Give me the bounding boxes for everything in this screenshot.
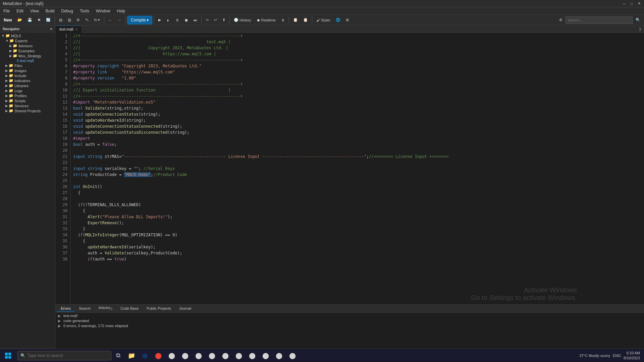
window-controls: ─ □ ✕ <box>622 1 641 6</box>
menu-item-build[interactable]: Build <box>42 8 58 14</box>
debug-c[interactable]: ⬆ <box>220 16 228 24</box>
compile-label: Compile <box>131 18 146 22</box>
tree-item-logs[interactable]: ▶ 📁 Logs <box>0 88 55 93</box>
taskbar-app5[interactable]: ⬤ <box>219 349 232 362</box>
btab-articles[interactable]: Articles3 <box>95 305 116 312</box>
new-button[interactable]: New <box>1 16 14 24</box>
tree-item-shared-projects[interactable]: ▶ 📁 Shared Projects <box>0 108 55 113</box>
taskbar-chrome[interactable]: ⬤ <box>152 349 165 362</box>
taskbar-taskview[interactable]: ⧉ <box>111 349 125 362</box>
tree-item-mox-strategy[interactable]: ▶ 📁 Mox_Strategy <box>0 53 55 58</box>
tree-item-test-mq5[interactable]: ▶ 5 test.mq5 <box>0 58 55 63</box>
search-icon: 🔍 <box>20 353 25 358</box>
maximize-button[interactable]: □ <box>629 1 634 6</box>
minimize-button[interactable]: ─ <box>622 1 627 6</box>
back-button[interactable]: ← <box>106 16 114 24</box>
menu-item-edit[interactable]: Edit <box>13 8 27 14</box>
debug-b[interactable]: ↩ <box>212 16 219 24</box>
tree-item-mql5[interactable]: ▼ 📁 MQL5 <box>0 33 55 38</box>
toolbar-search-input[interactable] <box>566 16 633 24</box>
tree-item-advisors[interactable]: ▶ 📁 Advisors <box>0 43 55 48</box>
code-editor[interactable]: //+-------------------------------------… <box>70 33 644 304</box>
tree-item-examples[interactable]: ▶ 📁 Examples <box>0 48 55 53</box>
history-button[interactable]: 🕐 History <box>231 16 253 24</box>
tree-item-include[interactable]: ▶ 📁 Include <box>0 73 55 78</box>
start-button[interactable]: ⏵ <box>164 16 172 24</box>
close-file-button[interactable]: ✖ <box>35 16 43 24</box>
taskbar-app1[interactable]: ⬤ <box>165 349 178 362</box>
menu-item-file[interactable]: File <box>0 8 13 14</box>
settings-button[interactable]: ⚙ <box>557 16 565 24</box>
taskbar-search-bar[interactable]: 🔍 <box>17 351 111 360</box>
grid-button[interactable]: ⊞ <box>343 16 351 24</box>
tree-item-services[interactable]: ▶ 📁 Services <box>0 103 55 108</box>
step-button[interactable]: ⏭ <box>191 16 200 24</box>
close-tab-button[interactable]: × <box>75 27 77 31</box>
taskbar-app9[interactable]: ⬤ <box>272 349 286 362</box>
taskbar-edge[interactable]: ◎ <box>138 349 152 362</box>
close-button[interactable]: ✕ <box>637 1 641 6</box>
taskbar-app3[interactable]: ⬤ <box>192 349 205 362</box>
stop-button[interactable]: ⏹ <box>182 16 191 24</box>
tab-test-mq5[interactable]: test.mq5 × <box>55 25 82 33</box>
svg-rect-0 <box>5 353 8 355</box>
toolbar-search-button[interactable]: 🔍 <box>633 16 643 24</box>
taskbar-app7[interactable]: ⬤ <box>246 349 259 362</box>
menu-item-tools[interactable]: Tools <box>76 8 93 14</box>
forward-button[interactable]: → <box>115 16 123 24</box>
styler-button[interactable]: 🖌 Styler <box>314 16 333 24</box>
open-button[interactable]: 📂 <box>15 16 24 24</box>
menu-item-window[interactable]: Window <box>93 8 114 14</box>
start-button[interactable] <box>0 349 16 362</box>
log-row-3[interactable]: ▶ 0 errors, 0 warnings, 172 msec elapsed <box>55 323 644 328</box>
taskbar-right: 37°C Mostly sunny ENG 6:33 AM 8/10/2023 <box>579 351 644 360</box>
code-container[interactable]: 1234567891011121314151617181920212223242… <box>55 33 644 304</box>
paste-btn[interactable]: 📋 <box>301 16 310 24</box>
taskbar: 🔍 ⧉ 📁 ◎ ⬤ ⬤ ⬤ ⬤ ⬤ ⬤ ⬤ ⬤ ⬤ ⬤ ⬤ 37°C Mostl… <box>0 349 644 362</box>
tree-item-libraries[interactable]: ▶ 📁 Libraries <box>0 83 55 88</box>
menu-item-help[interactable]: Help <box>114 8 129 14</box>
app-title: MetaEditor - [test.mq5] <box>3 1 43 6</box>
tree-item-scripts[interactable]: ▶ 📁 Scripts <box>0 98 55 103</box>
reload-button[interactable]: 🔄 <box>44 16 53 24</box>
tree-item-experts[interactable]: ▼ 📁 Experts <box>0 38 55 43</box>
view-button-4[interactable]: ⛏ <box>83 16 91 24</box>
taskbar-explorer[interactable]: 📁 <box>125 349 138 362</box>
menu-item-debug[interactable]: Debug <box>58 8 76 14</box>
btab-search[interactable]: Search <box>75 306 95 312</box>
view-button-1[interactable]: ▤ <box>57 16 65 24</box>
view-button-2[interactable]: ▥ <box>65 16 73 24</box>
compile-button[interactable]: Compile ▾ <box>127 16 152 24</box>
fx-button[interactable]: fx ▾ <box>92 16 103 24</box>
collapse-arrow[interactable]: ❯ <box>636 27 644 31</box>
taskbar-app6[interactable]: ⬤ <box>232 349 246 362</box>
tree-item-profiles[interactable]: ▶ 📁 Profiles <box>0 93 55 98</box>
taskbar-app10[interactable]: ⬤ <box>286 349 299 362</box>
taskbar-app2[interactable]: ⬤ <box>178 349 192 362</box>
log-row-2[interactable]: ▶ code generated <box>55 318 644 323</box>
taskbar-search-input[interactable] <box>28 353 108 358</box>
copy-btn[interactable]: 📋 <box>291 16 300 24</box>
record-pause[interactable]: ⏸ <box>279 16 287 24</box>
run-button[interactable]: ▶ <box>156 16 163 24</box>
realtime-button[interactable]: ⏺ Realtime <box>254 16 278 24</box>
log-row-1[interactable]: ▶ test.mq5' <box>55 313 644 318</box>
btab-errors[interactable]: Errors <box>57 306 75 312</box>
navigator-close[interactable]: × <box>50 27 52 31</box>
btab-public-projects[interactable]: Public Projects <box>143 306 175 312</box>
taskbar-lang: ENG <box>613 354 621 358</box>
taskbar-app4[interactable]: ⬤ <box>205 349 219 362</box>
pause-button[interactable]: ⏸ <box>173 16 181 24</box>
tree-item-files[interactable]: ▶ 📁 Files <box>0 63 55 68</box>
globe-button[interactable]: 🌐 <box>333 16 343 24</box>
btab-codebase[interactable]: Code Base <box>116 306 143 312</box>
btab-journal[interactable]: Journal <box>175 306 195 312</box>
view-button-3[interactable]: ⚙ <box>74 16 82 24</box>
debug-a[interactable]: ↪ <box>203 16 211 24</box>
save-button[interactable]: 💾 <box>25 16 35 24</box>
menu-item-view[interactable]: View <box>27 8 42 14</box>
taskbar-app8[interactable]: ⬤ <box>259 349 272 362</box>
tree-item-images[interactable]: ▶ 📁 Images <box>0 68 55 73</box>
tree-item-indicators[interactable]: ▶ 📁 Indicators <box>0 78 55 83</box>
taskbar-clock[interactable]: 6:33 AM 8/10/2023 <box>624 351 640 360</box>
